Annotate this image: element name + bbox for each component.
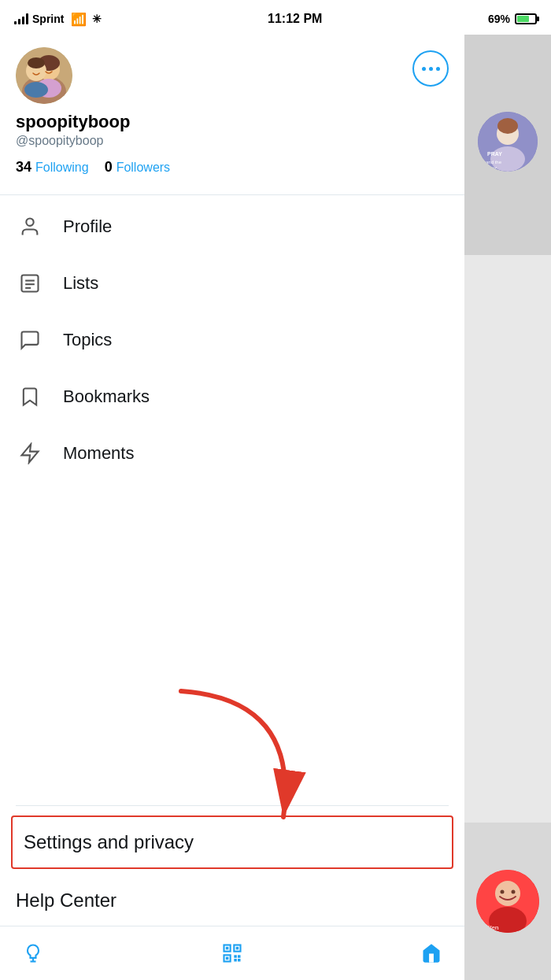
topics-icon <box>16 326 44 354</box>
svg-rect-9 <box>22 276 39 292</box>
help-center-item[interactable]: Help Center <box>0 875 464 926</box>
activity-icon: ✳ <box>92 13 102 25</box>
battery-percent: 69% <box>488 13 510 25</box>
qr-button[interactable] <box>215 936 250 971</box>
battery-icon <box>515 13 537 24</box>
followers-label: Followers <box>116 161 170 175</box>
home-button[interactable] <box>414 936 449 971</box>
right-top-avatar: PRAY and the NICK <box>478 112 538 172</box>
follow-stats: 34 Following 0 Followers <box>16 159 449 183</box>
menu-label-moments: Moments <box>63 443 134 464</box>
home-icon <box>420 942 442 964</box>
menu-item-lists[interactable]: Lists <box>0 255 464 312</box>
drawer: spoopityboop @spoopityboop 34 Following … <box>0 35 464 980</box>
clock: 11:12 PM <box>268 12 322 26</box>
divider-top <box>0 194 464 195</box>
svg-point-8 <box>26 219 33 226</box>
svg-rect-19 <box>226 947 229 950</box>
svg-point-37 <box>501 890 505 894</box>
lightbulb-button[interactable] <box>16 936 50 971</box>
menu-label-profile: Profile <box>63 216 112 237</box>
following-label: Following <box>35 161 89 175</box>
svg-point-35 <box>495 881 520 906</box>
menu-label-lists: Lists <box>63 273 98 294</box>
svg-rect-26 <box>238 955 241 958</box>
avatar[interactable] <box>16 47 72 104</box>
svg-point-30 <box>497 118 518 134</box>
status-right: 69% <box>488 13 537 25</box>
svg-rect-25 <box>234 959 237 962</box>
svg-rect-21 <box>226 957 229 960</box>
signal-bars-icon <box>14 13 28 24</box>
right-bottom-card: Wen <box>464 823 551 980</box>
svg-text:Wen: Wen <box>486 924 499 931</box>
right-panel: PRAY and the NICK Wen <box>464 35 551 980</box>
menu-item-moments[interactable]: Moments <box>0 425 464 482</box>
profile-header: spoopityboop @spoopityboop 34 Following … <box>0 35 464 191</box>
menu-item-profile[interactable]: Profile <box>0 198 464 255</box>
settings-privacy-item[interactable]: Settings and privacy <box>11 815 453 869</box>
right-top-card: PRAY and the NICK <box>464 35 551 255</box>
svg-point-38 <box>512 890 516 894</box>
divider-settings <box>16 805 449 806</box>
svg-rect-23 <box>234 955 237 958</box>
following-count: 34 <box>16 159 31 176</box>
followers-count: 0 <box>105 159 113 176</box>
username: spoopityboop <box>16 112 449 132</box>
handle: @spoopityboop <box>16 134 449 148</box>
svg-point-6 <box>24 82 48 98</box>
svg-rect-24 <box>238 959 241 962</box>
moments-icon <box>16 439 44 468</box>
status-left: Sprint 📶 ✳ <box>14 12 102 27</box>
menu-item-topics[interactable]: Topics <box>0 312 464 368</box>
svg-point-7 <box>28 57 45 68</box>
right-middle <box>464 255 551 823</box>
svg-rect-20 <box>236 947 239 950</box>
status-bar: Sprint 📶 ✳ 11:12 PM 69% <box>0 0 551 35</box>
menu-item-bookmarks[interactable]: Bookmarks <box>0 368 464 425</box>
bookmark-icon <box>16 383 44 411</box>
more-dots-icon <box>422 67 440 71</box>
menu-label-bookmarks: Bookmarks <box>63 386 150 407</box>
carrier-label: Sprint <box>32 13 64 25</box>
settings-section: Settings and privacy Help Center <box>0 809 464 926</box>
person-icon <box>16 213 44 241</box>
more-button[interactable] <box>412 50 449 87</box>
lists-icon <box>16 269 44 298</box>
svg-text:NICK: NICK <box>484 166 497 172</box>
followers-stat[interactable]: 0 Followers <box>105 159 170 176</box>
menu-label-topics: Topics <box>63 330 112 350</box>
svg-marker-13 <box>22 444 39 462</box>
qr-icon <box>221 942 243 964</box>
right-bottom-avatar: Wen <box>476 870 539 933</box>
wifi-icon: 📶 <box>71 12 87 27</box>
help-center-label: Help Center <box>16 889 116 911</box>
menu-list: Profile Lists <box>0 198 464 802</box>
svg-text:PRAY: PRAY <box>487 151 502 157</box>
settings-privacy-label: Settings and privacy <box>24 831 194 852</box>
lightbulb-icon <box>22 942 44 964</box>
main-layout: spoopityboop @spoopityboop 34 Following … <box>0 35 551 980</box>
bottom-toolbar <box>0 926 464 980</box>
svg-text:and the: and the <box>486 160 502 165</box>
following-stat[interactable]: 34 Following <box>16 159 89 176</box>
